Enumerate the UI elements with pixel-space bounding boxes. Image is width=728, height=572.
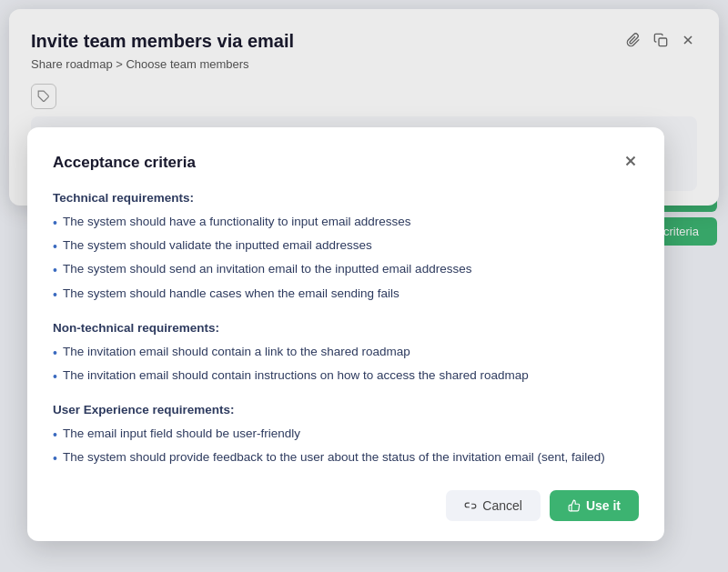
bullet-item: • The system should have a functionality… <box>53 212 639 234</box>
bullet-item: • The invitation email should contain in… <box>53 366 639 387</box>
acceptance-modal-title: Acceptance criteria <box>53 154 196 172</box>
bullet-item: • The system should handle cases when th… <box>53 284 639 306</box>
bullet-text: The system should validate the inputted … <box>63 236 372 256</box>
section-title-ux: User Experience requirements: <box>53 400 639 420</box>
bullet-item: • The system should send an invitation e… <box>53 259 639 281</box>
bullet-text: The system should provide feedback to th… <box>63 447 605 467</box>
acceptance-modal-close-button[interactable] <box>622 153 639 172</box>
bullet-text: The system should handle cases when the … <box>63 284 399 304</box>
bullet-item: • The system should provide feedback to … <box>53 447 639 469</box>
bullet-icon: • <box>53 285 57 306</box>
bullet-item: • The system should validate the inputte… <box>53 236 639 257</box>
acceptance-modal-body: Technical requirements: • The system sho… <box>53 188 639 470</box>
bullet-text: The invitation email should contain inst… <box>63 366 529 386</box>
bullet-text: The system should send an invitation ema… <box>63 259 472 279</box>
cancel-button[interactable]: Cancel <box>446 490 541 521</box>
section-title-technical: Technical requirements: <box>53 188 639 208</box>
acceptance-criteria-modal: Acceptance criteria Technical requiremen… <box>27 127 664 541</box>
bullet-text: The invitation email should contain a li… <box>63 342 410 362</box>
bullet-item: • The email input field should be user-f… <box>53 424 639 446</box>
bullet-icon: • <box>53 448 57 469</box>
use-it-label: Use it <box>586 498 621 513</box>
cancel-label: Cancel <box>482 498 522 513</box>
bullet-text: The email input field should be user-fri… <box>63 424 300 444</box>
section-title-nontechnical: Non-technical requirements: <box>53 318 639 338</box>
bullet-icon: • <box>53 260 57 281</box>
bullet-item: • The invitation email should contain a … <box>53 342 639 364</box>
acceptance-modal-header: Acceptance criteria <box>53 153 639 172</box>
bullet-icon: • <box>53 213 57 234</box>
acceptance-modal-footer: Cancel Use it <box>53 490 639 521</box>
bullet-icon: • <box>53 366 57 387</box>
bullet-icon: • <box>53 425 57 446</box>
use-it-button[interactable]: Use it <box>550 490 639 521</box>
bullet-icon: • <box>53 343 57 364</box>
bullet-icon: • <box>53 236 57 257</box>
bullet-text: The system should have a functionality t… <box>63 212 411 232</box>
